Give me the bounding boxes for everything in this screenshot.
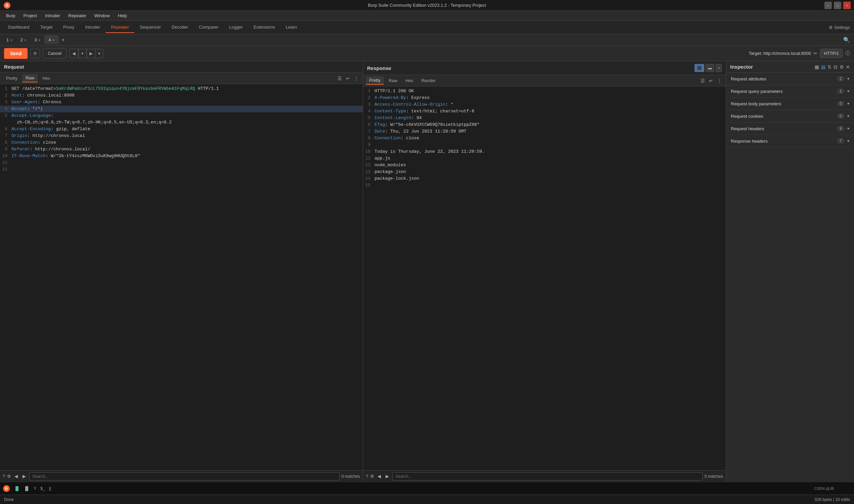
forward-button[interactable]: ▶ — [87, 49, 95, 58]
menu-window[interactable]: Window — [91, 12, 113, 19]
tab-comparer[interactable]: Comparer — [194, 22, 224, 33]
request-search-matches: 0 matches — [342, 474, 360, 479]
request-line-6: 6 Accept-Encoding: gzip, deflate — [0, 126, 363, 132]
gear-icon: ⚙ — [829, 25, 833, 30]
forward-dropdown[interactable]: ▾ — [95, 49, 103, 58]
search-icon[interactable]: 🔍 — [843, 37, 850, 43]
response-line-4: 4 Content-Type: text/html; charset=utf-8 — [363, 108, 726, 115]
svg-text:B: B — [5, 486, 8, 490]
response-search-bar: ? ⚙ ◀ ▶ 0 matches — [363, 470, 726, 482]
info-icon[interactable]: ⓘ — [845, 51, 850, 56]
request-line-5: 5 Accept-Language: — [0, 112, 363, 119]
repeater-tab-4[interactable]: 4 × — [45, 36, 58, 44]
maximize-button[interactable]: □ — [834, 2, 841, 9]
send-options-button[interactable]: ⚙ — [30, 49, 40, 58]
response-search-settings-icon[interactable]: ⚙ — [370, 474, 374, 479]
response-search-next[interactable]: ▶ — [384, 473, 390, 480]
close-button[interactable]: × — [843, 2, 851, 9]
inspector-request-body-params[interactable]: Request body parameters 0 ▾ — [726, 97, 854, 110]
response-tab-pretty[interactable]: Pretty — [366, 76, 384, 85]
request-code-area[interactable]: 1 GET /date?format=SaKrdWPaUcuf1cL7S31qi… — [0, 84, 363, 470]
response-tab-render[interactable]: Render — [418, 77, 439, 85]
tab-1-close[interactable]: × — [10, 38, 12, 42]
inspector-request-attributes[interactable]: Request attributes 2 ▾ — [726, 73, 854, 85]
minimize-button[interactable]: − — [824, 2, 832, 9]
tab-sequencer[interactable]: Sequencer — [134, 22, 166, 33]
request-tab-pretty[interactable]: Pretty — [3, 74, 21, 82]
back-button[interactable]: ◀ — [69, 49, 78, 58]
repeater-tab-3[interactable]: 3 × — [31, 36, 44, 44]
inspector-response-headers[interactable]: Response headers 7 ▾ — [726, 135, 854, 147]
inspector-request-query-params[interactable]: Request query parameters 1 ▾ — [726, 85, 854, 97]
request-format-icon[interactable]: ☰ — [336, 74, 343, 83]
request-line-9: 9 Referer: http://chronos.local/ — [0, 146, 363, 153]
response-panel-tabs: Pretty Raw Hex Render ☰ ↵ ⋮ — [363, 75, 726, 87]
tab-repeater[interactable]: Repeater — [106, 22, 134, 33]
request-search-help-icon[interactable]: ? — [3, 474, 5, 479]
tab-learn[interactable]: Learn — [280, 22, 302, 33]
inspector-close-icon[interactable]: ✕ — [846, 64, 850, 70]
menu-burp[interactable]: Burp — [3, 12, 19, 19]
tab-2-close[interactable]: × — [24, 38, 26, 42]
menu-repeater[interactable]: Repeater — [65, 12, 90, 19]
request-wrap-icon[interactable]: ↵ — [345, 74, 351, 83]
http-version-selector[interactable]: HTTP/1 — [820, 49, 842, 58]
request-tab-raw[interactable]: Raw — [22, 74, 38, 83]
response-line-14: 14 package-lock.json — [363, 175, 726, 182]
response-format-icon[interactable]: ☰ — [699, 77, 706, 85]
tab-4-close[interactable]: × — [52, 38, 54, 42]
inspector-collapse-icon[interactable]: ⊟ — [834, 64, 837, 70]
taskbar-item-4: $_ — [40, 486, 45, 491]
repeater-tab-1[interactable]: 1 × — [3, 36, 16, 44]
response-tab-raw[interactable]: Raw — [385, 77, 401, 85]
tab-dashboard[interactable]: Dashboard — [3, 22, 35, 33]
inspector-settings-icon[interactable]: ⚙ — [839, 64, 844, 70]
inspector-request-headers[interactable]: Request headers 9 ▾ — [726, 123, 854, 135]
request-tab-hex[interactable]: Hex — [39, 74, 54, 82]
menu-intruder[interactable]: Intruder — [42, 12, 63, 19]
request-search-prev[interactable]: ◀ — [13, 473, 19, 480]
request-line-10: 10 If-None-Match: W/"2b-tY4zszM6WOxi5uK9… — [0, 153, 363, 160]
tab-target[interactable]: Target — [35, 22, 58, 33]
tab-proxy[interactable]: Proxy — [58, 22, 80, 33]
edit-target-icon[interactable]: ✏ — [814, 51, 817, 56]
tab-3-close[interactable]: × — [38, 38, 40, 42]
raw-label: Raw — [25, 75, 34, 80]
titlebar: B Burp Suite Community Edition v2023.1.2… — [0, 0, 854, 11]
send-button[interactable]: Send — [4, 48, 28, 59]
tab-extensions[interactable]: Extensions — [248, 22, 280, 33]
response-search-input[interactable] — [392, 472, 702, 481]
response-split-horizontal-icon[interactable]: ▬ — [706, 64, 714, 72]
request-more-icon[interactable]: ⋮ — [353, 74, 360, 83]
settings-label: Settings — [834, 25, 850, 30]
request-search-next[interactable]: ▶ — [21, 473, 27, 480]
repeater-tab-2[interactable]: 2 × — [17, 36, 30, 44]
request-search-settings-icon[interactable]: ⚙ — [7, 474, 11, 479]
add-tab-button[interactable]: + — [59, 36, 67, 44]
menu-help[interactable]: Help — [114, 12, 130, 19]
chevron-down-icon-3: ▾ — [847, 101, 849, 106]
tab-2-label: 2 — [20, 37, 23, 42]
menubar: Burp Project Intruder Repeater Window He… — [0, 11, 854, 21]
response-search-prev[interactable]: ◀ — [376, 473, 382, 480]
menu-project[interactable]: Project — [20, 12, 40, 19]
response-more-icon[interactable]: ⋮ — [716, 77, 723, 85]
tab-decoder[interactable]: Decoder — [166, 22, 194, 33]
cancel-button[interactable]: Cancel — [43, 48, 66, 58]
inspector-grid-icon[interactable]: ▤ — [821, 64, 825, 70]
back-dropdown[interactable]: ▾ — [78, 49, 87, 58]
response-wrap-icon[interactable]: ↵ — [708, 77, 714, 85]
response-tab-hex[interactable]: Hex — [402, 77, 417, 85]
response-split-vertical-icon[interactable]: ⬛ — [694, 64, 704, 72]
tab-intruder[interactable]: Intruder — [80, 22, 106, 33]
response-panel-icon[interactable]: ▪ — [716, 64, 722, 72]
inspector-list-icon[interactable]: ▦ — [815, 64, 819, 70]
main-area: Request Pretty Raw Hex ☰ ↵ ⋮ 1 GET /date… — [0, 61, 854, 482]
tab-logger[interactable]: Logger — [224, 22, 248, 33]
inspector-sort-icon[interactable]: ⇅ — [828, 64, 832, 70]
inspector-request-cookies[interactable]: Request cookies 0 ▾ — [726, 110, 854, 123]
response-line-1: 1 HTTP/1.1 200 OK — [363, 88, 726, 94]
settings-button[interactable]: ⚙ Settings — [829, 25, 850, 30]
response-search-help-icon[interactable]: ? — [366, 474, 368, 479]
request-search-input[interactable] — [29, 472, 339, 481]
